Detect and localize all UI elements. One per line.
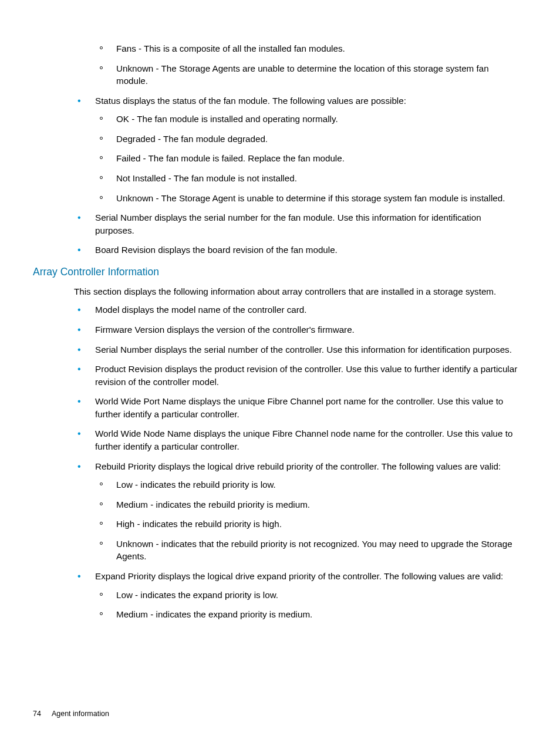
section2-content: This section displays the following info… bbox=[33, 285, 527, 621]
text: Board Revision displays the board revisi… bbox=[95, 245, 338, 255]
text: OK - The fan module is installed and ope… bbox=[116, 114, 338, 124]
text: Product Revision displays the product re… bbox=[95, 364, 517, 387]
text: Medium - indicates the rebuild priority … bbox=[116, 499, 310, 509]
text: Medium - indicates the expand priority i… bbox=[116, 609, 312, 619]
page-number: 74 bbox=[33, 710, 41, 718]
text: Low - indicates the expand priority is l… bbox=[116, 590, 278, 600]
list-item: Unknown - The Storage Agent is unable to… bbox=[95, 192, 521, 205]
text: Serial Number displays the serial number… bbox=[95, 212, 481, 235]
section-heading: Array Controller Information bbox=[33, 265, 527, 279]
list-item: OK - The fan module is installed and ope… bbox=[95, 113, 521, 126]
list-item: Degraded - The fan module degraded. bbox=[95, 133, 521, 146]
list-item: Fans - This is a composite of all the in… bbox=[95, 42, 521, 55]
text: Failed - The fan module is failed. Repla… bbox=[116, 153, 345, 163]
intro-paragraph: This section displays the following info… bbox=[74, 285, 521, 298]
page: Fans - This is a composite of all the in… bbox=[0, 0, 560, 746]
list-item: Product Revision displays the product re… bbox=[74, 363, 521, 388]
section1-bullets: Status displays the status of the fan mo… bbox=[74, 94, 521, 256]
text: World Wide Node Name displays the unique… bbox=[95, 428, 512, 451]
list-item: Medium - indicates the rebuild priority … bbox=[95, 498, 521, 511]
text: Model displays the model name of the con… bbox=[95, 305, 306, 315]
text: Degraded - The fan module degraded. bbox=[116, 134, 268, 144]
list-item: World Wide Node Name displays the unique… bbox=[74, 427, 521, 453]
list-item: Rebuild Priority displays the logical dr… bbox=[74, 460, 521, 563]
list-item: Serial Number displays the serial number… bbox=[74, 211, 521, 237]
list-item: Low - indicates the rebuild priority is … bbox=[95, 478, 521, 491]
list-item: World Wide Port Name displays the unique… bbox=[74, 395, 521, 420]
text: Not Installed - The fan module is not in… bbox=[116, 173, 297, 183]
sub-list: Low - indicates the rebuild priority is … bbox=[95, 478, 521, 563]
list-item: Status displays the status of the fan mo… bbox=[74, 94, 521, 204]
list-item: Unknown - indicates that the rebuild pri… bbox=[95, 538, 521, 563]
list-item: Firmware Version displays the version of… bbox=[74, 323, 521, 336]
text: Status displays the status of the fan mo… bbox=[95, 96, 406, 106]
sub-list: Low - indicates the expand priority is l… bbox=[95, 589, 521, 621]
sub-list: OK - The fan module is installed and ope… bbox=[95, 113, 521, 204]
text: Rebuild Priority displays the logical dr… bbox=[95, 461, 501, 471]
list-item: Unknown - The Storage Agents are unable … bbox=[95, 62, 521, 87]
list-item: Model displays the model name of the con… bbox=[74, 303, 521, 316]
list-item: Serial Number displays the serial number… bbox=[74, 343, 521, 356]
list-item: Not Installed - The fan module is not in… bbox=[95, 172, 521, 185]
pre-sub-list: Fans - This is a composite of all the in… bbox=[95, 42, 521, 87]
text: High - indicates the rebuild priority is… bbox=[116, 519, 282, 529]
text: World Wide Port Name displays the unique… bbox=[95, 396, 503, 419]
list-item: Low - indicates the expand priority is l… bbox=[95, 589, 521, 602]
text: Unknown - indicates that the rebuild pri… bbox=[116, 539, 512, 562]
text: Fans - This is a composite of all the in… bbox=[116, 43, 345, 53]
text: Unknown - The Storage Agents are unable … bbox=[116, 63, 489, 86]
list-item: Board Revision displays the board revisi… bbox=[74, 244, 521, 256]
section2-bullets: Model displays the model name of the con… bbox=[74, 303, 521, 620]
list-item: Expand Priority displays the logical dri… bbox=[74, 570, 521, 621]
text: Serial Number displays the serial number… bbox=[95, 345, 512, 355]
list-item: High - indicates the rebuild priority is… bbox=[95, 518, 521, 531]
text: Low - indicates the rebuild priority is … bbox=[116, 480, 276, 490]
list-item: Medium - indicates the expand priority i… bbox=[95, 608, 521, 621]
list-item: Failed - The fan module is failed. Repla… bbox=[95, 152, 521, 165]
text: Unknown - The Storage Agent is unable to… bbox=[116, 193, 505, 203]
text: Firmware Version displays the version of… bbox=[95, 325, 355, 335]
footer-title: Agent information bbox=[52, 710, 109, 718]
page-footer: 74Agent information bbox=[33, 709, 109, 720]
text: Expand Priority displays the logical dri… bbox=[95, 571, 503, 581]
content-area: Fans - This is a composite of all the in… bbox=[33, 42, 527, 256]
